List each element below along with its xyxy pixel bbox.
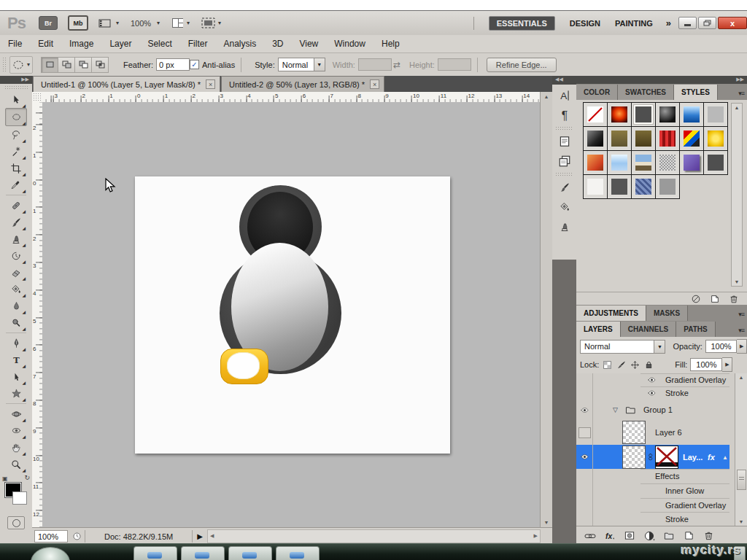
new-style-button[interactable]: [709, 293, 721, 305]
screen-mode-button[interactable]: ▾: [201, 18, 221, 28]
horizontal-ruler[interactable]: 32101234567891011121314: [42, 92, 541, 103]
tool-presets-panel-icon[interactable]: [556, 198, 573, 216]
canvas[interactable]: [135, 176, 450, 454]
style-swatch-cell[interactable]: [655, 102, 680, 127]
clear-style-button[interactable]: [690, 293, 702, 305]
layer-row-stroke[interactable]: Stroke: [576, 512, 729, 526]
scroll-down-icon[interactable]: ▼: [732, 279, 742, 284]
launch-mini-bridge-button[interactable]: Mb: [68, 15, 88, 31]
workspace-essentials[interactable]: ESSENTIALS: [489, 16, 555, 31]
fill-input[interactable]: 100%: [690, 358, 722, 371]
zoom-tool[interactable]: ◢: [6, 456, 26, 472]
eye-empty-box[interactable]: [578, 427, 591, 438]
layer-row-layer-6[interactable]: Layer 6: [576, 420, 729, 445]
refine-edge-button[interactable]: Refine Edge...: [487, 58, 557, 72]
taskbar-button[interactable]: [228, 546, 272, 560]
new-selection-button[interactable]: [41, 57, 58, 73]
status-zoom-input[interactable]: 100%: [34, 530, 68, 542]
swap-colors-icon[interactable]: ↻: [24, 474, 30, 481]
add-to-selection-button[interactable]: [58, 57, 75, 73]
style-swatch-cell[interactable]: [679, 150, 704, 175]
style-swatch-cell[interactable]: [679, 126, 704, 151]
pen-tool[interactable]: ◢: [6, 335, 26, 351]
gradient-tool[interactable]: ◢: [6, 281, 26, 298]
menu-select[interactable]: Select: [139, 39, 179, 49]
rotate-3d-tool[interactable]: ◢: [6, 405, 26, 422]
layer-row-stroke[interactable]: Stroke: [576, 386, 729, 400]
styles-tab-swatches[interactable]: SWATCHES: [618, 85, 674, 100]
vertical-scrollbar[interactable]: ▲ ▼: [540, 92, 552, 527]
style-swatch-multicolor[interactable]: [684, 131, 700, 147]
style-swatch-blue-texture[interactable]: [635, 179, 651, 195]
scroll-thumb[interactable]: [737, 470, 746, 490]
style-swatch-bronze[interactable]: [635, 131, 651, 147]
style-select[interactable]: Normal ▼: [278, 58, 325, 71]
hand-tool[interactable]: ◢: [6, 439, 26, 456]
styles-tab-styles[interactable]: STYLES: [674, 85, 718, 100]
opacity-slider-button[interactable]: ▶: [737, 339, 747, 354]
swap-width-height-icon[interactable]: ⇄: [393, 60, 400, 70]
workspace-overflow-button[interactable]: »: [666, 18, 671, 28]
lock-pixels-icon[interactable]: [615, 359, 627, 370]
style-swatch-white-outline[interactable]: [587, 179, 603, 195]
arrange-documents-button[interactable]: ▾: [171, 18, 190, 28]
drag-grip[interactable]: [4, 85, 28, 90]
visibility-cell[interactable]: [576, 386, 593, 400]
style-swatch-cell[interactable]: [583, 102, 608, 127]
lock-position-icon[interactable]: [629, 359, 640, 370]
style-swatch-dark-flat[interactable]: [708, 155, 724, 171]
style-swatch-cell[interactable]: [583, 174, 608, 199]
subtract-from-selection-button[interactable]: [74, 57, 92, 73]
scroll-left-icon[interactable]: ◀: [210, 533, 214, 539]
style-swatch-cell[interactable]: [583, 150, 608, 175]
style-swatch-dark-gray-selected[interactable]: [635, 106, 651, 122]
path-selection-tool[interactable]: ◢: [6, 368, 26, 385]
style-swatch-mid-gray[interactable]: [659, 179, 676, 195]
type-tool[interactable]: T◢: [6, 351, 26, 368]
eye-icon[interactable]: [579, 406, 590, 414]
notes-panel-icon[interactable]: [556, 133, 573, 150]
blend-mode-select[interactable]: Normal ▼: [580, 340, 665, 354]
delete-layer-button[interactable]: [703, 530, 714, 542]
lock-transparency-icon[interactable]: [601, 359, 613, 370]
dock-collapse-button[interactable]: ◀◀: [552, 76, 576, 85]
eraser-tool[interactable]: ◢: [6, 264, 26, 281]
menu-view[interactable]: View: [291, 39, 326, 49]
eyedropper-tool[interactable]: ◢: [6, 176, 26, 193]
layer-row-group-1[interactable]: ▽Group 1: [576, 400, 729, 420]
orbit-3d-tool[interactable]: ◢: [6, 422, 26, 439]
layer-thumbnail[interactable]: [622, 446, 646, 469]
horizontal-scrollbar[interactable]: ◀ ▶: [207, 529, 541, 543]
document-size-info[interactable]: Doc: 482.2K/9.15M: [85, 530, 193, 542]
layer-thumbnail[interactable]: [622, 421, 646, 444]
feather-input[interactable]: 0 px: [156, 58, 190, 71]
visibility-cell[interactable]: [576, 445, 593, 469]
paragraph-panel-icon[interactable]: ¶: [556, 106, 573, 124]
visibility-cell[interactable]: [576, 483, 593, 498]
history-brush-tool[interactable]: ◢: [6, 247, 26, 264]
layer-row-effects[interactable]: Effects: [576, 469, 729, 483]
dodge-tool[interactable]: ◢: [6, 314, 26, 331]
eye-icon[interactable]: [646, 376, 657, 384]
minimize-button[interactable]: [678, 17, 697, 29]
menu-filter[interactable]: Filter: [180, 39, 216, 49]
layer-comps-panel-icon[interactable]: [556, 152, 573, 170]
lock-all-icon[interactable]: [643, 359, 654, 370]
layers-scrollbar[interactable]: ▲ ▼: [735, 373, 747, 526]
layers-tab-channels[interactable]: CHANNELS: [621, 322, 677, 337]
scroll-down-icon[interactable]: ▼: [735, 519, 747, 524]
menu-analysis[interactable]: Analysis: [215, 39, 264, 49]
document-tab-1[interactable]: Untitled-1 @ 100% (Layer 5, Layer Mask/8…: [33, 76, 220, 92]
close-tab-icon[interactable]: ×: [206, 79, 215, 89]
style-swatch-purple-shadow[interactable]: [684, 155, 700, 171]
eye-icon[interactable]: [579, 453, 590, 461]
opacity-input[interactable]: 100%: [705, 340, 737, 353]
panel-menu-icon[interactable]: ▾≡: [738, 327, 744, 334]
taskbar-button[interactable]: [181, 546, 225, 560]
visibility-cell[interactable]: [576, 469, 593, 483]
ruler-origin-corner[interactable]: [32, 92, 43, 103]
link-layers-button[interactable]: [584, 530, 596, 542]
style-swatch-landscape[interactable]: [635, 155, 651, 171]
visibility-cell[interactable]: [576, 512, 593, 526]
menu-edit[interactable]: Edit: [30, 39, 61, 49]
